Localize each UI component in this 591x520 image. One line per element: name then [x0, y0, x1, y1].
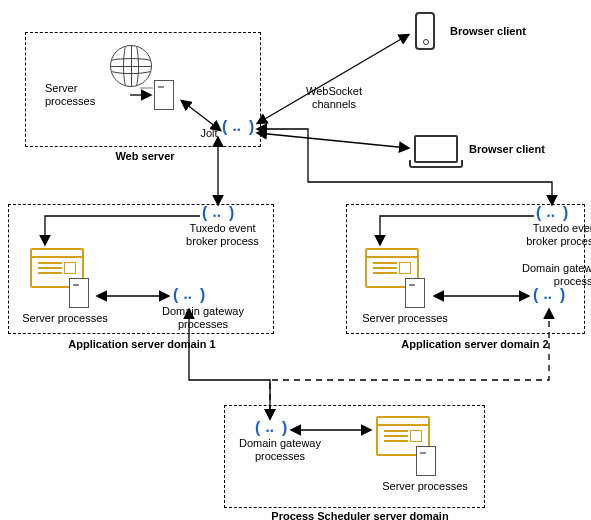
browser-client2-label: Browser client	[469, 143, 579, 156]
ps-gateway-label: Domain gateway processes	[225, 437, 335, 462]
ps-server-processes-label: Server processes	[370, 480, 480, 493]
ps-gateway-icon: (••(	[257, 423, 285, 437]
ad2-server-icon	[405, 278, 425, 308]
jolt-label: Jolt	[194, 127, 224, 140]
ad1-server-processes-label: Server processes	[10, 312, 120, 325]
ad2-gateway-icon: (••(	[535, 290, 563, 304]
ps-server-icon	[416, 446, 436, 476]
svg-line-4	[258, 133, 408, 148]
ad2-tuxedo-gateway-icon: (••(	[538, 208, 566, 222]
ad2-gateway-label: Domain gateway processes	[494, 262, 591, 287]
laptop-icon	[414, 135, 458, 163]
web-server-label: Web server	[100, 150, 190, 163]
ad2-tuxedo-label: Tuxedo event broker process	[504, 222, 591, 247]
app-domain1-label: Application server domain 1	[47, 338, 237, 351]
server-icon-web	[154, 80, 174, 110]
jolt-gateway-icon: (••(	[224, 122, 252, 136]
ad1-gateway-icon: (••(	[175, 290, 203, 304]
process-scheduler-label: Process Scheduler server domain	[260, 510, 460, 520]
ad1-tuxedo-label: Tuxedo event broker process	[175, 222, 270, 247]
browser-client1-label: Browser client	[450, 25, 560, 38]
phone-icon	[415, 12, 435, 50]
ad1-tuxedo-gateway-icon: (••(	[204, 208, 232, 222]
ad1-server-icon	[69, 278, 89, 308]
ws-server-processes-label: Server processes	[45, 82, 130, 107]
ad2-server-processes-label: Server processes	[350, 312, 460, 325]
websocket-channels-label: WebSocket channels	[289, 85, 379, 110]
app-domain2-label: Application server domain 2	[380, 338, 570, 351]
ad1-gateway-label: Domain gateway processes	[143, 305, 263, 330]
globe-icon	[110, 45, 152, 87]
